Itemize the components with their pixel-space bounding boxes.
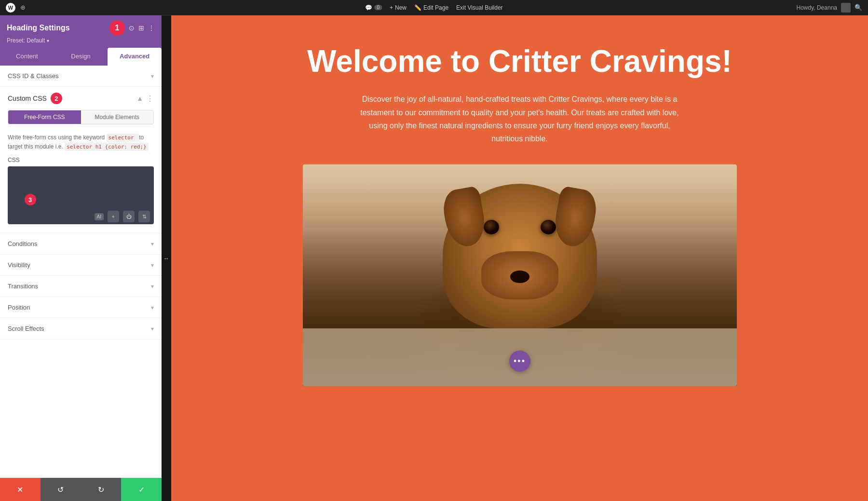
tab-advanced[interactable]: Advanced [108, 48, 162, 66]
css-subtabs: Free-Form CSS Module Elements [8, 110, 154, 124]
page-content-area: Welcome to Critter Cravings! Discover th… [171, 15, 868, 406]
panel-content: CSS ID & Classes ▾ Custom CSS 2 ▲ ⋮ [0, 66, 162, 478]
redo-button[interactable]: ↻ [81, 478, 122, 501]
user-avatar [841, 3, 851, 13]
dashboard-icon[interactable]: ⊕ [20, 4, 26, 11]
css-info-text: Write free-form css using the keyword se… [0, 129, 162, 157]
section-scroll-effects[interactable]: Scroll Effects ▾ [0, 318, 162, 339]
custom-css-title-row: Custom CSS 2 [8, 93, 62, 104]
css-editor-toolbar: 3 AI + ⏻ ⇅ [95, 211, 150, 222]
plus-icon: + [390, 4, 393, 11]
toggle-css-button[interactable]: ⏻ [123, 211, 135, 222]
page-preview: Welcome to Critter Cravings! Discover th… [171, 15, 868, 501]
resize-handle[interactable]: ↔ [162, 15, 171, 501]
badge-2: 2 [51, 93, 62, 104]
undo-button[interactable]: ↺ [41, 478, 81, 501]
columns-icon[interactable]: ⊞ [138, 24, 144, 32]
panel-preset[interactable]: Preset: Default ▾ [7, 37, 155, 44]
add-css-button[interactable]: + [108, 211, 119, 222]
focus-icon[interactable]: ⊙ [129, 24, 135, 32]
badge-1: 1 [109, 20, 125, 36]
collapse-icon[interactable]: ▲ [136, 95, 143, 102]
search-icon[interactable]: 🔍 [854, 4, 862, 11]
more-icon[interactable]: ⋮ [148, 24, 155, 32]
css-field-label: CSS [0, 157, 162, 166]
ai-button[interactable]: AI [95, 213, 104, 220]
scroll-effects-label: Scroll Effects [8, 325, 44, 332]
custom-css-icons: ▲ ⋮ [136, 94, 154, 103]
panel-title: Heading Settings [7, 24, 70, 32]
scroll-effects-caret-icon: ▾ [151, 325, 154, 332]
top-bar-left: W ⊕ [6, 3, 26, 13]
css-id-classes-caret-icon: ▾ [151, 73, 154, 80]
visibility-caret-icon: ▾ [151, 262, 154, 269]
section-css-id-classes[interactable]: CSS ID & Classes ▾ [0, 66, 162, 87]
page-heading: Welcome to Critter Cravings! [190, 44, 849, 78]
section-conditions[interactable]: Conditions ▾ [0, 233, 162, 255]
cancel-icon: ✕ [17, 485, 23, 494]
redo-icon: ↻ [98, 485, 104, 494]
transitions-caret-icon: ▾ [151, 283, 154, 290]
bottom-bar: ✕ ↺ ↻ ✓ [0, 478, 162, 501]
section-transitions[interactable]: Transitions ▾ [0, 276, 162, 297]
panel-header: Heading Settings 1 ⊙ ⊞ ⋮ Preset: Default… [0, 15, 162, 48]
custom-css-section: Custom CSS 2 ▲ ⋮ Free-Form CSS [0, 87, 162, 233]
css-editor-wrapper: 3 AI + ⏻ ⇅ [8, 166, 154, 226]
badge-3: 3 [25, 194, 36, 205]
undo-icon: ↺ [57, 485, 64, 494]
top-bar: W ⊕ 💬 0 + New ✏️ Edit Page Exit Visual B… [0, 0, 868, 15]
save-button[interactable]: ✓ [121, 478, 162, 501]
transitions-label: Transitions [8, 283, 38, 290]
cancel-button[interactable]: ✕ [0, 478, 41, 501]
main-container: Heading Settings 1 ⊙ ⊞ ⋮ Preset: Default… [0, 15, 868, 501]
tab-design[interactable]: Design [54, 48, 108, 66]
resize-arrow-icon: ↔ [163, 255, 169, 262]
edit-page-link[interactable]: ✏️ Edit Page [414, 4, 448, 11]
conditions-caret-icon: ▾ [151, 241, 154, 247]
floating-menu-button[interactable]: ••• [509, 351, 530, 372]
position-label: Position [8, 304, 30, 311]
exit-builder-link[interactable]: Exit Visual Builder [456, 4, 503, 11]
preset-caret-icon: ▾ [47, 38, 49, 43]
section-visibility[interactable]: Visibility ▾ [0, 255, 162, 276]
pencil-icon: ✏️ [414, 4, 421, 11]
code-selector: selector [107, 134, 139, 142]
save-icon: ✓ [138, 485, 145, 494]
howdy-text: Howdy, Deanna [797, 4, 838, 11]
position-caret-icon: ▾ [151, 304, 154, 311]
tab-freeform-css[interactable]: Free-Form CSS [8, 110, 81, 124]
panel-header-top: Heading Settings 1 ⊙ ⊞ ⋮ [7, 20, 155, 36]
section-more-icon[interactable]: ⋮ [146, 94, 154, 103]
custom-css-header: Custom CSS 2 ▲ ⋮ [0, 87, 162, 110]
section-position[interactable]: Position ▾ [0, 297, 162, 318]
code-example: selector h1 {color: red;} [65, 143, 149, 151]
page-subtext: Discover the joy of all-natural, hand-cr… [356, 93, 684, 145]
reorder-css-button[interactable]: ⇅ [138, 211, 150, 222]
tab-content[interactable]: Content [0, 48, 54, 66]
comments-link[interactable]: 💬 0 [365, 4, 382, 11]
conditions-label: Conditions [8, 240, 37, 247]
dots-icon: ••• [514, 356, 526, 366]
panel-tabs: Content Design Advanced [0, 48, 162, 66]
comment-icon: 💬 [365, 4, 372, 11]
custom-css-title: Custom CSS [8, 95, 47, 102]
top-bar-right: Howdy, Deanna 🔍 [797, 3, 863, 13]
wordpress-logo[interactable]: W [6, 3, 15, 13]
top-bar-center: 💬 0 + New ✏️ Edit Page Exit Visual Build… [365, 4, 502, 11]
dog-image: ••• [303, 164, 737, 386]
visibility-label: Visibility [8, 261, 30, 269]
tab-module-elements[interactable]: Module Elements [81, 110, 154, 124]
css-id-classes-label: CSS ID & Classes [8, 72, 58, 80]
new-link[interactable]: + New [390, 4, 407, 11]
comment-count: 0 [374, 5, 382, 10]
left-panel: Heading Settings 1 ⊙ ⊞ ⋮ Preset: Default… [0, 15, 162, 501]
